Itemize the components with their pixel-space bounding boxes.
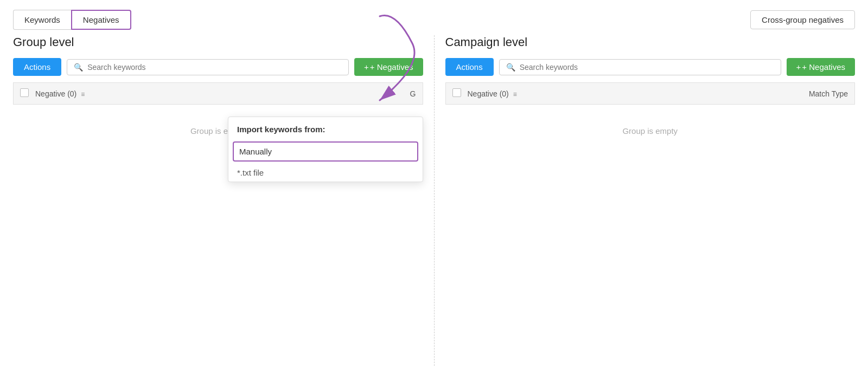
- campaign-level-title: Campaign level: [445, 35, 856, 49]
- campaign-empty-text: Group is empty: [445, 105, 856, 157]
- campaign-toolbar: Actions 🔍 + + Negatives: [445, 58, 856, 76]
- dropdown-item-manually[interactable]: Manually: [233, 141, 418, 162]
- cross-group-negatives-button[interactable]: Cross-group negatives: [750, 10, 855, 29]
- campaign-table-header: Negative (0) ≡ Match Type: [445, 82, 856, 105]
- campaign-search-icon: 🔍: [506, 63, 515, 72]
- content-area: Group level Actions 🔍 + + Negatives Nega…: [0, 35, 868, 366]
- group-col-match: G: [351, 89, 416, 98]
- top-tabs-bar: Keywords Negatives Cross-group negatives: [0, 0, 868, 35]
- group-col-check: [20, 88, 35, 99]
- dropdown-title: Import keywords from:: [228, 117, 423, 139]
- campaign-level-panel: Campaign level Actions 🔍 + + Negatives N…: [434, 35, 856, 366]
- group-actions-button[interactable]: Actions: [13, 58, 61, 76]
- tab-keywords[interactable]: Keywords: [13, 10, 71, 30]
- campaign-negatives-button[interactable]: + + Negatives: [787, 58, 855, 76]
- group-level-title: Group level: [13, 35, 423, 49]
- plus-icon: +: [364, 62, 369, 72]
- plus-icon-campaign: +: [796, 62, 801, 72]
- group-negatives-label: + Negatives: [370, 62, 413, 72]
- campaign-col-check: [452, 88, 468, 99]
- import-dropdown: Import keywords from: Manually *.txt fil…: [228, 117, 423, 182]
- group-toolbar: Actions 🔍 + + Negatives: [13, 58, 423, 76]
- group-header-checkbox[interactable]: [20, 88, 29, 97]
- group-negatives-button[interactable]: + + Negatives: [354, 58, 423, 76]
- tab-negatives[interactable]: Negatives: [71, 10, 131, 30]
- group-sort-icon: ≡: [81, 91, 85, 98]
- dropdown-item-txt[interactable]: *.txt file: [228, 164, 423, 182]
- campaign-col-match: Match Type: [783, 89, 848, 98]
- campaign-actions-button[interactable]: Actions: [445, 58, 494, 76]
- campaign-search-box: 🔍: [499, 59, 781, 75]
- campaign-negatives-label: + Negatives: [802, 62, 845, 72]
- campaign-col-negative: Negative (0) ≡: [468, 89, 783, 98]
- group-search-input[interactable]: [87, 63, 342, 72]
- group-search-icon: 🔍: [74, 63, 83, 72]
- group-level-panel: Group level Actions 🔍 + + Negatives Nega…: [13, 35, 434, 366]
- group-search-box: 🔍: [67, 59, 349, 75]
- tab-group: Keywords Negatives: [13, 10, 131, 30]
- campaign-sort-icon: ≡: [513, 91, 517, 98]
- group-col-negative: Negative (0) ≡: [35, 89, 351, 98]
- campaign-header-checkbox[interactable]: [452, 88, 461, 97]
- campaign-search-input[interactable]: [520, 63, 774, 72]
- group-table-header: Negative (0) ≡ G: [13, 82, 423, 105]
